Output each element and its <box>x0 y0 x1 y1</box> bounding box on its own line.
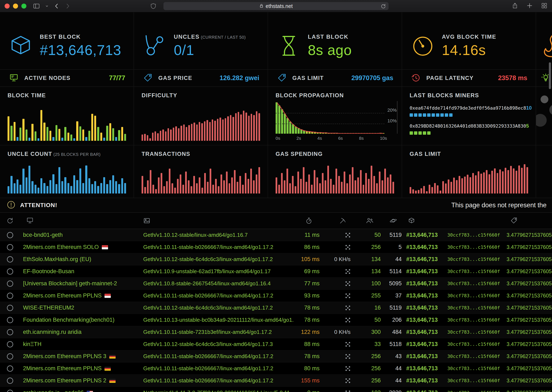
minimize-window-button[interactable] <box>13 4 18 9</box>
table-row[interactable]: 2Miners.com Ethereum PPLNSGeth/v1.10.11-… <box>0 290 552 302</box>
chart-bar <box>235 113 237 141</box>
chart-bar <box>26 177 28 194</box>
x-tick-label: 0s <box>276 136 280 141</box>
chart-bar <box>112 175 114 194</box>
node-client-version: Geth/v1.10.13-unstable-bc0b34a9-20211112… <box>139 317 294 323</box>
chart-bar <box>174 188 176 194</box>
table-row[interactable]: WISE-ETHEREUM2Geth/v1.10.12-stable-6c4dc… <box>0 302 552 314</box>
table-row[interactable]: EF-Bootnode-BusanGeth/v1.10.9-unstable-6… <box>0 266 552 278</box>
chart-bar <box>158 177 160 194</box>
miner-entry[interactable]: 0x829BD824B016326A401d083B33D092293333A8… <box>410 123 528 135</box>
chart-bar <box>392 182 394 194</box>
node-block: #13,646,713 <box>404 377 446 384</box>
node-status-icon <box>0 280 20 287</box>
table-row[interactable]: [Universa Blockchain] geth-mainnet-2Geth… <box>0 278 552 290</box>
chart-bar <box>289 183 291 194</box>
node-block: #13,646,713 <box>404 232 446 238</box>
history-clock-icon <box>411 73 421 83</box>
node-map-fragment <box>536 87 552 145</box>
miner-block-square <box>449 113 452 117</box>
chart-bar <box>333 133 335 134</box>
reload-button[interactable] <box>381 3 386 10</box>
chart-bar <box>229 183 230 194</box>
table-row[interactable]: kinΞTHGeth/v1.10.12-stable-6c4dc6c3/linu… <box>0 338 552 350</box>
not-mining-icon <box>345 269 351 274</box>
status-ring-icon <box>7 293 13 299</box>
chart-bar <box>316 177 318 194</box>
chart-bar <box>73 138 75 141</box>
chart-bar <box>172 183 173 194</box>
table-row[interactable]: bce-bnd01-gethGeth/v1.10.12-stable/linux… <box>0 229 552 241</box>
status-ring-icon <box>7 232 13 238</box>
y-tick-label: 10% <box>386 118 397 124</box>
share-button[interactable] <box>512 2 518 10</box>
node-mining <box>345 245 353 250</box>
chart-bar <box>106 126 108 141</box>
zoom-window-button[interactable] <box>21 4 26 9</box>
chart-bar <box>521 168 523 194</box>
status-ring-icon <box>7 378 13 384</box>
chart-bar <box>88 131 90 141</box>
chart-bar <box>70 186 72 194</box>
node-mining <box>345 305 353 311</box>
back-button[interactable] <box>54 3 59 9</box>
status-ring-icon <box>7 244 13 250</box>
table-row[interactable]: EthSolo.MaxHash.org (EU)Geth/v1.10.12-st… <box>0 253 552 266</box>
chart-bar <box>453 178 455 194</box>
table-row[interactable]: eth.icanmining.ru aridiaGeth/v1.10.11-st… <box>0 326 552 338</box>
table-row[interactable]: 2Miners.com Ethereum PPLNSGeth/v1.10.11-… <box>0 363 552 375</box>
chart-bar <box>22 168 24 194</box>
node-block-hash: 30ccf783...c15f660f <box>446 378 501 383</box>
status-ring-icon <box>7 256 13 263</box>
stat-hashrate-partial <box>536 12 552 69</box>
chart-bar <box>234 170 236 194</box>
chart-bar <box>475 175 477 194</box>
chart-bar <box>215 179 217 194</box>
privacy-shield-icon[interactable] <box>150 3 156 10</box>
chart-bar <box>431 187 433 194</box>
node-block-hash: 30ccf783...c15f660f <box>446 293 501 298</box>
miner-block-count: 10 <box>526 105 532 111</box>
chart-bar <box>360 170 362 194</box>
address-bar[interactable]: ethstats.net <box>164 2 389 10</box>
tab-overview-button[interactable] <box>541 2 547 10</box>
table-row[interactable]: 2Miners.com Ethereum SOLOGeth/v1.10.11-s… <box>0 241 552 253</box>
chart-bar <box>67 133 69 141</box>
chart-bar <box>214 121 216 141</box>
node-total-difficulty: 3.477962715376051e+ <box>501 293 552 299</box>
chart-bar <box>284 180 286 194</box>
chart-bar <box>245 173 246 194</box>
chart-bar <box>467 175 468 194</box>
chart-bar <box>191 124 193 141</box>
hourglass-icon <box>277 34 300 57</box>
chart-bar <box>82 183 84 194</box>
close-window-button[interactable] <box>5 4 10 9</box>
table-row[interactable]: 2Miners.com Ethereum PPLNS 3Geth/v1.10.1… <box>0 350 552 363</box>
chart-bar <box>37 188 39 194</box>
node-peers: 256 <box>371 365 383 372</box>
node-name: Foundation Benchmarking(bench01) <box>20 317 139 323</box>
status-ring-icon <box>7 280 13 287</box>
new-tab-button[interactable] <box>526 2 533 10</box>
empty-panel <box>536 145 552 198</box>
monitor-icon <box>9 73 18 83</box>
chart-bar <box>281 173 283 194</box>
miner-entry[interactable]: 0xea674fdde714fd979de3edf0f56aa9716b898e… <box>410 105 528 117</box>
x-axis-labels: 0s 2s 4s 6s 8s 10s <box>276 136 387 141</box>
chart-bar <box>150 170 151 194</box>
scrollbar[interactable] <box>549 62 551 89</box>
chart-bar <box>147 135 148 141</box>
table-row[interactable]: archivenode.io - node06Nethermind/v1.11.… <box>0 387 552 392</box>
table-row[interactable]: Foundation Benchmarking(bench01)Geth/v1.… <box>0 314 552 326</box>
table-row[interactable]: 2Miners.com Ethereum PPLNS 2Geth/v1.10.1… <box>0 375 552 387</box>
node-block: #13,646,713 <box>404 293 446 299</box>
node-status-icon <box>0 293 20 299</box>
chart-bar <box>256 175 257 194</box>
node-mining: 0 KH/s <box>334 256 353 263</box>
miner-block-square <box>410 131 413 135</box>
chart-bar <box>219 118 221 141</box>
chevron-down-icon[interactable] <box>45 4 49 8</box>
uncle-count-bars <box>7 164 126 194</box>
sidebar-toggle-button[interactable] <box>33 3 40 9</box>
forward-button[interactable] <box>65 3 70 9</box>
